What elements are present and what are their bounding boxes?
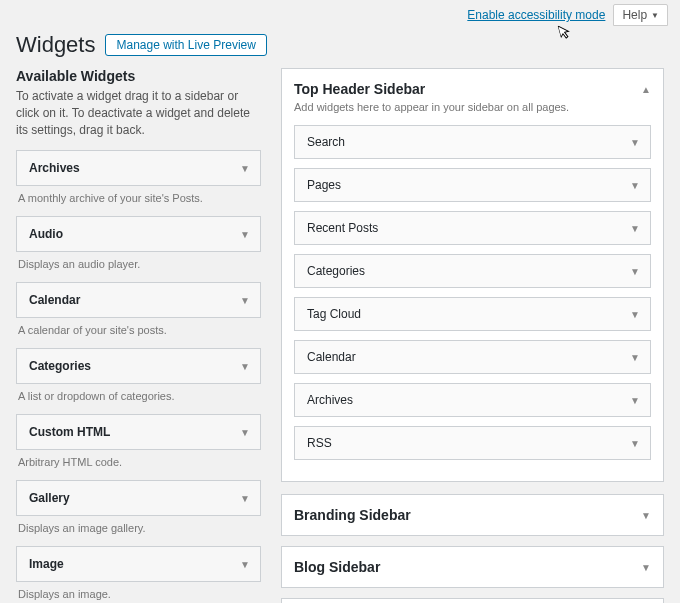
available-widget-item[interactable]: Custom HTML▼: [16, 414, 261, 450]
chevron-down-icon: ▼: [240, 493, 250, 504]
help-tab[interactable]: Help ▼: [613, 4, 668, 26]
help-label: Help: [622, 8, 647, 22]
widget-description: Displays an image gallery.: [18, 522, 259, 534]
widget-description: Displays an audio player.: [18, 258, 259, 270]
chevron-down-icon: ▼: [240, 163, 250, 174]
sidebar-title: Blog Sidebar: [294, 559, 380, 575]
widget-description: Arbitrary HTML code.: [18, 456, 259, 468]
collapsed-sidebar-panel[interactable]: Branding Sidebar▼: [281, 494, 664, 536]
chevron-down-icon: ▼: [240, 361, 250, 372]
page-title: Widgets: [16, 32, 95, 58]
available-widget-item[interactable]: Image▼: [16, 546, 261, 582]
sidebars-column: Top Header Sidebar ▲ Add widgets here to…: [281, 68, 664, 603]
available-widget-item[interactable]: Calendar▼: [16, 282, 261, 318]
chevron-down-icon: ▼: [240, 427, 250, 438]
widget-description: A calendar of your site's posts.: [18, 324, 259, 336]
sidebar-widget-item[interactable]: Tag Cloud▼: [294, 297, 651, 331]
chevron-down-icon: ▼: [630, 309, 640, 320]
available-widget-item[interactable]: Gallery▼: [16, 480, 261, 516]
available-widget-item[interactable]: Audio▼: [16, 216, 261, 252]
widget-name: Recent Posts: [307, 221, 378, 235]
sidebar-description: Add widgets here to appear in your sideb…: [294, 101, 651, 113]
widget-name: Pages: [307, 178, 341, 192]
widget-name: Categories: [307, 264, 365, 278]
chevron-down-icon: ▼: [630, 438, 640, 449]
widget-name: Archives: [29, 161, 80, 175]
widget-description: A monthly archive of your site's Posts.: [18, 192, 259, 204]
widget-name: Custom HTML: [29, 425, 110, 439]
sidebar-widget-item[interactable]: Pages▼: [294, 168, 651, 202]
widget-name: Gallery: [29, 491, 70, 505]
collapsed-sidebar-panel[interactable]: Blog Sidebar▼: [281, 546, 664, 588]
available-widget-item[interactable]: Categories▼: [16, 348, 261, 384]
sidebar-widget-item[interactable]: Archives▼: [294, 383, 651, 417]
chevron-down-icon: ▼: [641, 510, 651, 521]
widget-name: Categories: [29, 359, 91, 373]
widget-description: A list or dropdown of categories.: [18, 390, 259, 402]
manage-live-preview-button[interactable]: Manage with Live Preview: [105, 34, 266, 56]
top-header-sidebar-panel: Top Header Sidebar ▲ Add widgets here to…: [281, 68, 664, 482]
sidebar-widget-item[interactable]: RSS▼: [294, 426, 651, 460]
sidebar-widget-item[interactable]: Recent Posts▼: [294, 211, 651, 245]
enable-accessibility-link[interactable]: Enable accessibility mode: [467, 8, 605, 22]
chevron-up-icon: ▲: [641, 84, 651, 95]
widget-name: Archives: [307, 393, 353, 407]
sidebar-title: Branding Sidebar: [294, 507, 411, 523]
available-widgets-heading: Available Widgets: [16, 68, 261, 84]
chevron-down-icon: ▼: [641, 562, 651, 573]
chevron-down-icon: ▼: [651, 11, 659, 20]
widget-description: Displays an image.: [18, 588, 259, 600]
chevron-down-icon: ▼: [240, 559, 250, 570]
sidebar-widget-item[interactable]: Search▼: [294, 125, 651, 159]
top-header-sidebar-toggle[interactable]: Top Header Sidebar ▲: [294, 81, 651, 97]
available-widgets-description: To activate a widget drag it to a sideba…: [16, 88, 261, 138]
widget-name: Search: [307, 135, 345, 149]
sidebar-widget-item[interactable]: Categories▼: [294, 254, 651, 288]
chevron-down-icon: ▼: [630, 395, 640, 406]
sidebar-widget-item[interactable]: Calendar▼: [294, 340, 651, 374]
available-widget-item[interactable]: Archives▼: [16, 150, 261, 186]
chevron-down-icon: ▼: [240, 295, 250, 306]
widget-name: RSS: [307, 436, 332, 450]
widget-name: Calendar: [307, 350, 356, 364]
widget-name: Calendar: [29, 293, 80, 307]
chevron-down-icon: ▼: [630, 223, 640, 234]
sidebar-title: Top Header Sidebar: [294, 81, 425, 97]
chevron-down-icon: ▼: [630, 352, 640, 363]
chevron-down-icon: ▼: [630, 137, 640, 148]
collapsed-sidebar-panel[interactable]: Footer 1▼: [281, 598, 664, 603]
widget-name: Audio: [29, 227, 63, 241]
widget-name: Image: [29, 557, 64, 571]
widget-name: Tag Cloud: [307, 307, 361, 321]
chevron-down-icon: ▼: [240, 229, 250, 240]
chevron-down-icon: ▼: [630, 266, 640, 277]
available-widgets-column: Available Widgets To activate a widget d…: [16, 68, 261, 603]
chevron-down-icon: ▼: [630, 180, 640, 191]
